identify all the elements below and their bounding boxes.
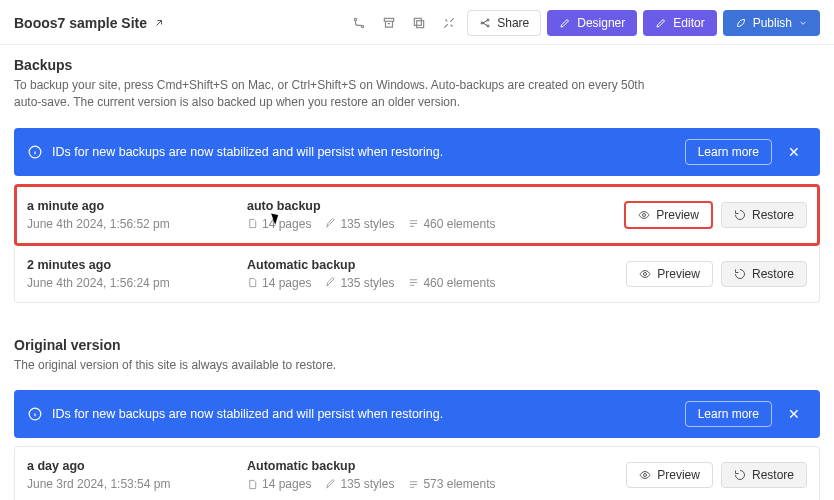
svg-point-0 [355, 18, 357, 20]
restore-icon [734, 268, 746, 280]
chevron-down-icon [798, 18, 808, 28]
close-icon[interactable]: ✕ [782, 404, 806, 424]
relative-time: 2 minutes ago [27, 258, 237, 272]
learn-more-button[interactable]: Learn more [685, 139, 772, 165]
svg-point-10 [644, 272, 647, 275]
svg-point-5 [481, 22, 483, 24]
info-icon [28, 145, 42, 159]
svg-rect-3 [417, 21, 424, 28]
restore-button[interactable]: Restore [721, 261, 807, 287]
branch-icon[interactable] [347, 11, 371, 35]
open-external-icon[interactable] [153, 17, 165, 29]
pages-meta: 14 pages [247, 276, 311, 290]
styles-meta: 135 styles [325, 217, 394, 231]
eye-icon [639, 469, 651, 481]
backup-name: auto backup [247, 199, 614, 213]
absolute-time: June 3rd 2024, 1:53:54 pm [27, 477, 237, 491]
svg-point-6 [487, 19, 489, 21]
original-title: Original version [14, 337, 820, 353]
site-title-wrap: Booos7 sample Site [14, 15, 165, 31]
svg-point-1 [362, 25, 364, 27]
restore-button[interactable]: Restore [721, 462, 807, 488]
backup-row: 2 minutes ago June 4th 2024, 1:56:24 pm … [15, 246, 819, 302]
banner-text: IDs for new backups are now stabilized a… [52, 145, 443, 159]
backup-details: Automatic backup 14 pages 135 styles 460… [247, 258, 616, 290]
share-icon [479, 17, 491, 29]
copy-icon[interactable] [407, 11, 431, 35]
elements-meta: 460 elements [408, 276, 495, 290]
original-section-header: Original version The original version of… [0, 325, 834, 380]
svg-point-9 [643, 213, 646, 216]
preview-label: Preview [657, 267, 700, 281]
page-icon [247, 479, 258, 490]
backup-name: Automatic backup [247, 459, 616, 473]
backup-list: 2 minutes ago June 4th 2024, 1:56:24 pm … [14, 246, 820, 303]
page-icon [247, 277, 258, 288]
topbar: Booos7 sample Site Share Designer Editor… [0, 0, 834, 45]
list-icon [408, 277, 419, 288]
absolute-time: June 4th 2024, 1:56:24 pm [27, 276, 237, 290]
preview-label: Preview [656, 208, 699, 222]
pencil-icon [559, 17, 571, 29]
backup-time: a minute ago June 4th 2024, 1:56:52 pm [27, 199, 237, 231]
site-title: Booos7 sample Site [14, 15, 147, 31]
publish-button[interactable]: Publish [723, 10, 820, 36]
preview-button[interactable]: Preview [626, 462, 713, 488]
eye-icon [638, 209, 650, 221]
backup-name: Automatic backup [247, 258, 616, 272]
backup-time: 2 minutes ago June 4th 2024, 1:56:24 pm [27, 258, 237, 290]
preview-button[interactable]: Preview [624, 201, 713, 229]
restore-label: Restore [752, 208, 794, 222]
settings-icon[interactable] [437, 11, 461, 35]
backups-title: Backups [14, 57, 820, 73]
pages-meta: 14 pages [247, 477, 311, 491]
elements-meta: 573 elements [408, 477, 495, 491]
restore-label: Restore [752, 267, 794, 281]
backup-row-highlighted: a minute ago June 4th 2024, 1:56:52 pm a… [14, 184, 820, 246]
original-desc: The original version of this site is alw… [14, 357, 654, 374]
info-icon [28, 407, 42, 421]
styles-meta: 135 styles [325, 276, 394, 290]
backup-details: auto backup 14 pages 135 styles 460 elem… [247, 199, 614, 231]
info-banner: IDs for new backups are now stabilized a… [14, 390, 820, 438]
topbar-actions: Share Designer Editor Publish [347, 10, 820, 36]
list-icon [408, 479, 419, 490]
elements-meta: 460 elements [408, 217, 495, 231]
rocket-icon [735, 17, 747, 29]
editor-label: Editor [673, 16, 704, 30]
brush-icon [325, 277, 336, 288]
share-label: Share [497, 16, 529, 30]
relative-time: a minute ago [27, 199, 237, 213]
share-button[interactable]: Share [467, 10, 541, 36]
restore-icon [734, 469, 746, 481]
brush-icon [325, 479, 336, 490]
info-banner: IDs for new backups are now stabilized a… [14, 128, 820, 176]
pencil-icon [655, 17, 667, 29]
svg-point-12 [644, 474, 647, 477]
restore-button[interactable]: Restore [721, 202, 807, 228]
original-list: a day ago June 3rd 2024, 1:53:54 pm Auto… [14, 446, 820, 500]
styles-meta: 135 styles [325, 477, 394, 491]
backups-section-header: Backups To backup your site, press Cmd+S… [0, 45, 834, 118]
designer-label: Designer [577, 16, 625, 30]
list-icon [408, 218, 419, 229]
backup-details: Automatic backup 14 pages 135 styles 573… [247, 459, 616, 491]
absolute-time: June 4th 2024, 1:56:52 pm [27, 217, 237, 231]
designer-button[interactable]: Designer [547, 10, 637, 36]
learn-more-button[interactable]: Learn more [685, 401, 772, 427]
page-icon [247, 218, 258, 229]
svg-rect-4 [415, 18, 422, 25]
brush-icon [325, 218, 336, 229]
relative-time: a day ago [27, 459, 237, 473]
backup-time: a day ago June 3rd 2024, 1:53:54 pm [27, 459, 237, 491]
publish-label: Publish [753, 16, 792, 30]
backups-desc: To backup your site, press Cmd+Shift+S o… [14, 77, 654, 112]
preview-label: Preview [657, 468, 700, 482]
preview-button[interactable]: Preview [626, 261, 713, 287]
editor-button[interactable]: Editor [643, 10, 716, 36]
close-icon[interactable]: ✕ [782, 142, 806, 162]
restore-label: Restore [752, 468, 794, 482]
eye-icon [639, 268, 651, 280]
restore-icon [734, 209, 746, 221]
archive-icon[interactable] [377, 11, 401, 35]
